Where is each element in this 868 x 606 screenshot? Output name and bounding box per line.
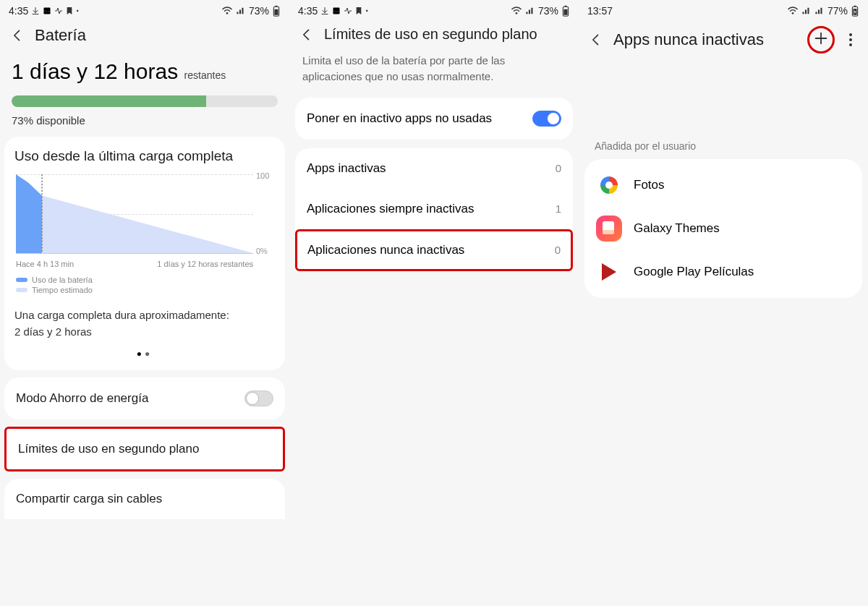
app-row-galaxy-themes[interactable]: Galaxy Themes <box>584 207 862 250</box>
add-button-highlight <box>807 26 835 54</box>
svg-point-1 <box>226 12 229 14</box>
power-saving-toggle[interactable] <box>244 391 273 406</box>
back-button[interactable] <box>299 27 314 42</box>
download-icon <box>320 7 329 15</box>
wifi-icon <box>221 7 233 15</box>
back-button[interactable] <box>589 33 603 47</box>
page-dot-1: ● <box>137 349 145 359</box>
sleep-unused-row[interactable]: Poner en inactivo apps no usadas <box>295 98 573 140</box>
svg-rect-12 <box>563 9 567 15</box>
sleep-unused-toggle[interactable] <box>532 111 561 127</box>
deep-sleeping-apps-label: Aplicaciones siempre inactivas <box>307 202 475 216</box>
wifi-icon <box>511 7 522 15</box>
signal-icon-2 <box>814 7 825 15</box>
image-icon <box>43 7 51 15</box>
signal-icon <box>801 7 812 15</box>
page-title: Límites de uso en segundo plano <box>324 26 569 43</box>
full-charge-label: Una carga completa dura aproximadamente: <box>14 307 275 324</box>
svg-rect-3 <box>276 6 278 7</box>
header: Batería <box>0 20 289 52</box>
image-icon <box>332 7 341 15</box>
back-button[interactable] <box>10 28 25 43</box>
legend-est-label: Tiempo estimado <box>32 286 93 294</box>
app-icon-galaxy-themes <box>596 215 622 242</box>
battery-icon <box>561 5 570 17</box>
wireless-share-row[interactable]: Compartir carga sin cables <box>4 479 285 519</box>
full-charge-value: 2 días y 2 horas <box>14 324 275 341</box>
chart-legend: Uso de la batería Tiempo estimado <box>14 273 275 299</box>
signal-icon <box>236 7 246 15</box>
page-indicator[interactable]: ●● <box>14 340 275 359</box>
activity-icon <box>344 7 352 15</box>
user-added-apps-list: Fotos Galaxy Themes Google Play Película… <box>584 159 862 298</box>
legend-used-label: Uso de la batería <box>32 276 93 284</box>
battery-remaining-suffix: restantes <box>184 69 226 81</box>
screen-background-limits: 4:35 · 73% <box>289 0 579 606</box>
full-charge-info: Una carga completa dura aproximadamente:… <box>14 307 275 340</box>
add-button[interactable] <box>813 30 829 49</box>
svg-rect-4 <box>274 9 278 15</box>
deep-sleeping-apps-row[interactable]: Aplicaciones siempre inactivas 1 <box>295 189 573 229</box>
status-time: 4:35 <box>298 5 318 17</box>
status-bar: 4:35 · 73% <box>289 0 579 20</box>
battery-usage-chart: 100 0% Hace 4 h 13 min 1 días y 12 horas… <box>16 174 273 268</box>
section-user-added: Añadida por el usuario <box>579 61 868 156</box>
sleep-unused-label: Poner en inactivo apps no usadas <box>307 111 492 126</box>
dot-icon: · <box>76 5 79 17</box>
battery-remaining-value: 1 días y 12 horas <box>12 59 178 83</box>
svg-marker-5 <box>16 174 42 253</box>
svg-rect-15 <box>854 6 856 7</box>
screen-never-sleep-apps: 13:57 77% Apps nunca inactivas <box>579 0 868 606</box>
svg-point-9 <box>516 12 518 14</box>
header: Apps nunca inactivas <box>579 20 868 61</box>
svg-rect-0 <box>44 8 51 14</box>
signal-icon <box>525 7 535 15</box>
never-sleeping-apps-row[interactable]: Aplicaciones nunca inactivas 0 <box>295 229 573 271</box>
chart-x-right: 1 días y 12 horas restantes <box>157 260 253 268</box>
battery-charging-icon <box>851 5 859 17</box>
background-limits-label: Límites de uso en segundo plano <box>18 442 199 456</box>
svg-point-21 <box>849 43 852 46</box>
chart-y-top: 100 <box>256 171 273 180</box>
app-row-fotos[interactable]: Fotos <box>584 163 862 207</box>
app-icon-play-movies <box>596 259 622 285</box>
chart-y-bottom: 0% <box>256 247 273 255</box>
status-time: 13:57 <box>587 5 613 17</box>
page-title: Apps nunca inactivas <box>613 30 797 49</box>
sleeping-apps-row[interactable]: Apps inactivas 0 <box>295 148 573 189</box>
battery-icon <box>272 5 281 17</box>
battery-progress-bar <box>12 95 278 107</box>
dot-icon: · <box>365 5 368 17</box>
power-saving-row[interactable]: Modo Ahorro de energía <box>4 377 285 419</box>
never-sleeping-apps-label: Aplicaciones nunca inactivas <box>307 243 464 257</box>
status-time: 4:35 <box>9 5 28 17</box>
wifi-icon <box>787 7 799 15</box>
svg-point-20 <box>849 38 852 41</box>
app-icon-fotos <box>596 172 622 198</box>
page-title: Batería <box>35 26 279 45</box>
svg-marker-6 <box>42 195 253 253</box>
status-bar: 4:35 · 73% <box>0 0 289 20</box>
bookmark-icon <box>66 7 73 15</box>
usage-card-title: Uso desde la última carga completa <box>14 148 275 164</box>
battery-progress-fill <box>12 95 206 107</box>
bookmark-icon <box>355 7 362 15</box>
download-icon <box>31 7 40 15</box>
svg-rect-8 <box>333 8 340 14</box>
power-saving-label: Modo Ahorro de energía <box>16 391 148 406</box>
background-limits-row[interactable]: Límites de uso en segundo plano <box>4 427 285 471</box>
app-row-play-movies[interactable]: Google Play Películas <box>584 250 862 294</box>
app-name: Google Play Películas <box>634 265 754 279</box>
app-name: Fotos <box>634 178 665 192</box>
never-sleeping-apps-count: 0 <box>555 244 561 256</box>
chart-svg <box>16 174 253 253</box>
usage-card[interactable]: Uso desde la última carga completa 100 0… <box>4 137 285 370</box>
sleeping-apps-count: 0 <box>556 162 561 174</box>
header: Límites de uso en segundo plano <box>289 20 579 50</box>
sleeping-apps-label: Apps inactivas <box>307 161 386 176</box>
more-button[interactable] <box>843 33 858 47</box>
battery-available-text: 73% disponible <box>0 111 289 137</box>
wireless-share-label: Compartir carga sin cables <box>16 492 162 506</box>
screen-battery: 4:35 · 73% <box>0 0 289 606</box>
battery-remaining: 1 días y 12 horas restantes <box>0 52 289 87</box>
